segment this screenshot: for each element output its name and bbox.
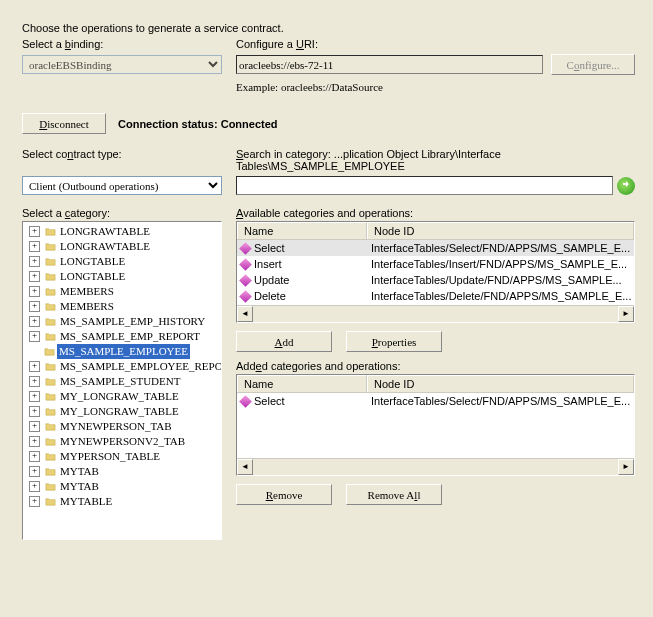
search-label: Search in category: ...plication Object … bbox=[236, 148, 635, 172]
category-tree-node[interactable]: +MY_LONGRAW_TABLE bbox=[29, 404, 221, 419]
category-tree-node[interactable]: MS_SAMPLE_EMPLOYEE bbox=[44, 344, 221, 359]
list-item[interactable]: SelectInterfaceTables/Select/FND/APPS/MS… bbox=[237, 240, 634, 256]
expand-icon[interactable]: + bbox=[29, 466, 40, 477]
expand-icon[interactable]: + bbox=[29, 406, 40, 417]
category-tree-node[interactable]: +LONGRAWTABLE bbox=[29, 224, 221, 239]
category-tree-node[interactable]: +MYNEWPERSON_TAB bbox=[29, 419, 221, 434]
category-tree[interactable]: +LONGRAWTABLE+LONGRAWTABLE+LONGTABLE+LON… bbox=[22, 221, 222, 540]
expand-icon[interactable]: + bbox=[29, 271, 40, 282]
expand-icon[interactable]: + bbox=[29, 226, 40, 237]
expand-icon[interactable]: + bbox=[29, 361, 40, 372]
intro-text: Choose the operations to generate a serv… bbox=[22, 22, 635, 34]
col-name-header[interactable]: Name bbox=[237, 222, 367, 239]
expand-icon[interactable]: + bbox=[29, 436, 40, 447]
col-node-header-added[interactable]: Node ID bbox=[367, 375, 634, 392]
category-tree-node[interactable]: +MS_SAMPLE_STUDENT bbox=[29, 374, 221, 389]
uri-example: Example: oracleebs://DataSource bbox=[236, 81, 635, 93]
operation-icon bbox=[239, 395, 252, 408]
contract-type-label: Select contract type: bbox=[22, 148, 222, 172]
expand-icon[interactable]: + bbox=[29, 421, 40, 432]
category-tree-node[interactable]: +MS_SAMPLE_EMPLOYEE_REPORT bbox=[29, 359, 221, 374]
available-label: Available categories and operations: bbox=[236, 207, 635, 219]
category-tree-node[interactable]: +MS_SAMPLE_EMP_REPORT bbox=[29, 329, 221, 344]
category-label: Select a category: bbox=[22, 207, 222, 219]
expand-icon[interactable]: + bbox=[29, 376, 40, 387]
list-item[interactable]: UpdateInterfaceTables/Update/FND/APPS/MS… bbox=[237, 272, 634, 288]
category-tree-node[interactable]: +MYTAB bbox=[29, 464, 221, 479]
category-tree-node[interactable]: +MS_SAMPLE_EMP_HISTORY bbox=[29, 314, 221, 329]
category-tree-node[interactable]: +MYNEWPERSONV2_TAB bbox=[29, 434, 221, 449]
col-node-header[interactable]: Node ID bbox=[367, 222, 634, 239]
available-list[interactable]: Name Node ID SelectInterfaceTables/Selec… bbox=[236, 221, 635, 323]
search-go-button[interactable] bbox=[617, 177, 635, 195]
disconnect-button[interactable]: Disconnect bbox=[22, 113, 106, 134]
remove-button[interactable]: Remove bbox=[236, 484, 332, 505]
category-tree-node[interactable]: +MYTAB bbox=[29, 479, 221, 494]
expand-icon[interactable]: + bbox=[29, 286, 40, 297]
category-tree-node[interactable]: +LONGRAWTABLE bbox=[29, 239, 221, 254]
col-name-header-added[interactable]: Name bbox=[237, 375, 367, 392]
properties-button[interactable]: Properties bbox=[346, 331, 442, 352]
expand-icon[interactable]: + bbox=[29, 496, 40, 507]
expand-icon[interactable]: + bbox=[29, 331, 40, 342]
category-tree-node[interactable]: +MY_LONGRAW_TABLE bbox=[29, 389, 221, 404]
expand-icon[interactable]: + bbox=[29, 241, 40, 252]
scroll-left-icon[interactable]: ◄ bbox=[237, 459, 253, 475]
scroll-left-icon[interactable]: ◄ bbox=[237, 306, 253, 322]
list-item[interactable]: InsertInterfaceTables/Insert/FND/APPS/MS… bbox=[237, 256, 634, 272]
configure-button[interactable]: Configure... bbox=[551, 54, 635, 75]
category-tree-node[interactable]: +MEMBERS bbox=[29, 284, 221, 299]
operation-icon bbox=[239, 258, 252, 271]
category-tree-node[interactable]: +LONGTABLE bbox=[29, 254, 221, 269]
operation-icon bbox=[239, 274, 252, 287]
expand-icon[interactable]: + bbox=[29, 391, 40, 402]
add-button[interactable]: Add bbox=[236, 331, 332, 352]
category-tree-node[interactable]: +MYTABLE bbox=[29, 494, 221, 509]
search-input[interactable] bbox=[236, 176, 613, 195]
remove-all-button[interactable]: Remove All bbox=[346, 484, 442, 505]
expand-icon[interactable]: + bbox=[29, 481, 40, 492]
binding-select[interactable]: oracleEBSBinding bbox=[22, 55, 222, 74]
category-tree-node[interactable]: +MYPERSON_TABLE bbox=[29, 449, 221, 464]
added-list[interactable]: Name Node ID SelectInterfaceTables/Selec… bbox=[236, 374, 635, 476]
operation-icon bbox=[239, 290, 252, 303]
expand-icon[interactable]: + bbox=[29, 256, 40, 267]
list-item[interactable]: SelectInterfaceTables/Select/FND/APPS/MS… bbox=[237, 393, 634, 409]
expand-icon[interactable]: + bbox=[29, 301, 40, 312]
scroll-right-icon[interactable]: ► bbox=[618, 459, 634, 475]
contract-type-select[interactable]: Client (Outbound operations) bbox=[22, 176, 222, 195]
scroll-right-icon[interactable]: ► bbox=[618, 306, 634, 322]
category-tree-node[interactable]: +LONGTABLE bbox=[29, 269, 221, 284]
list-item[interactable]: DeleteInterfaceTables/Delete/FND/APPS/MS… bbox=[237, 288, 634, 304]
uri-input[interactable] bbox=[236, 55, 543, 74]
expand-icon[interactable]: + bbox=[29, 451, 40, 462]
expand-icon[interactable]: + bbox=[29, 316, 40, 327]
binding-label: Select a binding: bbox=[22, 38, 222, 50]
connection-status-label: Connection status: Connected bbox=[118, 118, 278, 130]
category-tree-node[interactable]: +MEMBERS bbox=[29, 299, 221, 314]
added-label: Added categories and operations: bbox=[236, 360, 635, 372]
operation-icon bbox=[239, 242, 252, 255]
uri-label: Configure a URI: bbox=[236, 38, 635, 50]
